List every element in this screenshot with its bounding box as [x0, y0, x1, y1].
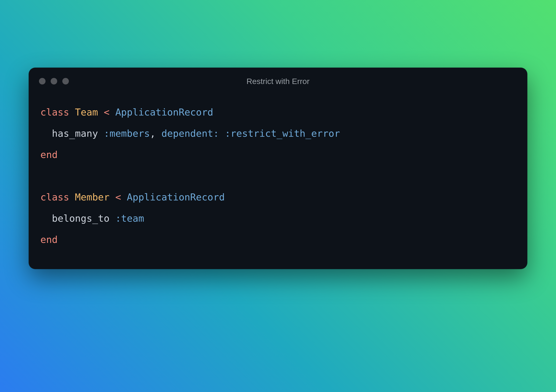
code-token: end: [40, 234, 58, 245]
code-token: ,: [150, 128, 161, 139]
code-line: class Team < ApplicationRecord: [40, 102, 516, 123]
code-token: [109, 192, 115, 203]
code-token: :members: [104, 128, 150, 139]
code-token: has_many: [40, 128, 104, 139]
code-token: :team: [115, 213, 144, 224]
code-token: ApplicationRecord: [115, 107, 213, 118]
code-token: belongs_to: [40, 213, 115, 224]
code-token: Member: [75, 192, 109, 203]
code-token: [98, 107, 104, 118]
maximize-icon[interactable]: [62, 78, 69, 85]
code-token: class: [40, 192, 75, 203]
code-token: class: [40, 107, 75, 118]
code-token: ApplicationRecord: [127, 192, 225, 203]
code-token: dependent:: [161, 128, 219, 139]
code-line: end: [40, 144, 516, 165]
code-line: end: [40, 229, 516, 250]
window-controls: [39, 78, 69, 85]
code-line: belongs_to :team: [40, 208, 516, 229]
code-token: [109, 107, 115, 118]
code-token: :restrict_with_error: [225, 128, 340, 139]
code-window: Restrict with Error class Team < Applica…: [29, 68, 527, 269]
code-line: [40, 165, 516, 187]
code-token: Team: [75, 107, 98, 118]
code-line: class Member < ApplicationRecord: [40, 187, 516, 208]
code-token: end: [40, 149, 58, 160]
window-title: Restrict with Error: [29, 77, 527, 86]
code-block: class Team < ApplicationRecord has_many …: [29, 92, 527, 269]
code-token: <: [115, 192, 121, 203]
code-line: has_many :members, dependent: :restrict_…: [40, 123, 516, 144]
window-titlebar: Restrict with Error: [29, 68, 527, 92]
close-icon[interactable]: [39, 78, 46, 85]
minimize-icon[interactable]: [51, 78, 57, 85]
code-token: [219, 128, 225, 139]
code-token: [121, 192, 127, 203]
code-token: <: [104, 107, 110, 118]
